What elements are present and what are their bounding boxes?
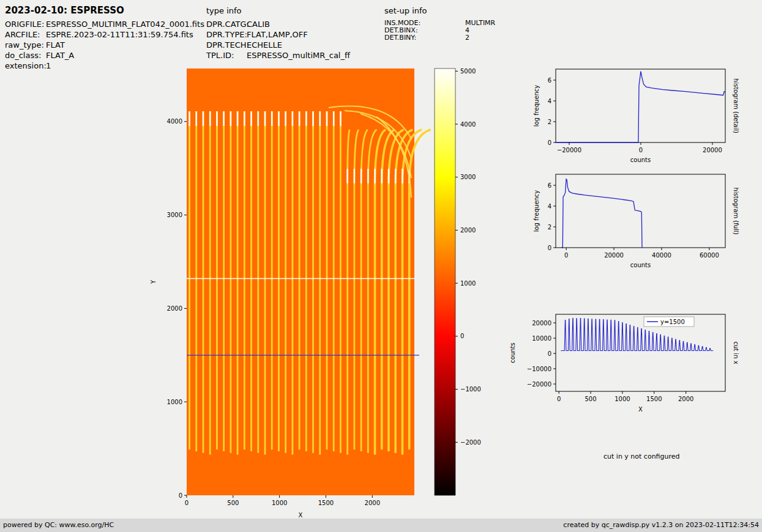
page-title: 2023-02-10: ESPRESSO [5,5,124,16]
svg-text:0: 0 [179,492,182,499]
footer-left: powered by QC: www.eso.org/HC [3,521,114,529]
svg-text:−20000: −20000 [557,147,581,153]
svg-text:2000: 2000 [460,227,476,234]
histogram-detail-chart: 0246−20000020000countslog frequencyhisto… [502,61,759,169]
svg-text:500: 500 [227,500,239,506]
qc-report-page: 2023-02-10: ESPRESSO type info set-up in… [0,0,762,532]
svg-text:2000: 2000 [167,305,182,312]
svg-text:60000: 60000 [700,252,719,259]
svg-text:0: 0 [185,500,189,506]
svg-text:0: 0 [557,396,561,402]
meta-row-dprtype: DPR.TYPE:FLAT,LAMP,OFF [206,29,350,40]
meta-row-origfile: ORIGFILE:ESPRESSO_MULTIMR_FLAT042_0001.f… [5,19,204,29]
svg-text:2000: 2000 [365,500,380,506]
svg-text:0: 0 [460,333,464,339]
meta-row-arcfile: ARCFILE:ESPRE.2023-02-11T11:31:59.754.fi… [5,29,204,40]
histogram-series [561,179,642,248]
svg-text:0: 0 [548,245,551,251]
svg-text:−1000: −1000 [460,386,481,393]
meta-value: ESPRE.2023-02-11T11:31:59.754.fits [46,29,193,40]
x-axis-label: X [299,512,303,519]
svg-text:1500: 1500 [318,500,334,506]
svg-text:4000: 4000 [460,121,476,128]
y-axis-label: Y [150,279,157,284]
meta-value: ESPRESSO_MULTIMR_FLAT042_0001.fits [46,19,204,29]
svg-text:1500: 1500 [646,396,662,402]
svg-text:20000: 20000 [703,147,722,153]
svg-text:4: 4 [548,98,551,105]
y-axis-label: counts [509,342,516,363]
meta-label: TPL.ID: [206,50,247,61]
svg-text:10000: 10000 [532,335,551,342]
svg-text:6: 6 [548,182,551,189]
svg-text:1000: 1000 [614,396,630,402]
meta-row-tplid: TPL.ID:ESPRESSO_multiMR_cal_ff [206,50,350,61]
meta-value: 1 [46,61,51,71]
meta-row-doclass: do_class:FLAT_A [5,50,204,61]
type-info-block: DPR.CATG:CALIB DPR.TYPE:FLAT,LAMP,OFF DP… [206,19,350,61]
side-label: cut in x [733,341,739,364]
meta-row-dprcatg: DPR.CATG:CALIB [206,19,350,29]
svg-text:−2000: −2000 [460,439,481,446]
colorbar [435,68,455,495]
svg-text:4000: 4000 [167,118,182,125]
raw-image-background [187,68,414,495]
meta-label: DPR.TYPE: [206,29,247,40]
histogram-full-chart-svg: 02460200004000060000countslog frequencyh… [502,166,759,274]
type-info-heading: type info [206,6,242,15]
meta-label: extension: [5,61,46,71]
y-axis-label: log frequency [533,85,540,127]
meta-label: DPR.TECH: [206,40,247,50]
x-axis-label: X [638,406,643,413]
meta-value: ESPRESSO_multiMR_cal_ff [247,50,350,61]
x-axis-label: counts [630,157,651,163]
footer-right: created by qc_rawdisp.py v1.2.3 on 2023-… [563,521,759,529]
svg-text:1000: 1000 [460,280,476,287]
meta-label: do_class: [5,50,46,61]
setup-info-heading: set-up info [384,6,427,15]
meta-value: 2 [465,34,469,42]
svg-text:2000: 2000 [678,396,693,402]
raw-image-svg: 010002000300040000500100015002000XY50004… [147,61,490,532]
svg-text:−10000: −10000 [527,366,551,372]
meta-label: DPR.CATG: [206,19,247,29]
meta-value: FLAT [46,40,65,50]
footer: powered by QC: www.eso.org/HC created by… [0,519,762,532]
meta-row-detbiny: DET.BINY:2 [384,34,495,42]
meta-row-rawtype: raw_type:FLAT [5,40,204,50]
svg-text:1000: 1000 [272,500,287,506]
svg-text:500: 500 [585,396,597,402]
meta-label: DET.BINY: [384,34,465,42]
svg-text:20000: 20000 [604,252,624,259]
raw-image-chart: 010002000300040000500100015002000XY50004… [147,61,490,532]
side-label: histogram (full) [733,187,739,234]
svg-text:5000: 5000 [460,68,476,75]
svg-text:0: 0 [548,350,551,357]
svg-text:2: 2 [548,224,551,231]
side-label: histogram (detail) [733,78,739,133]
svg-text:0: 0 [564,252,568,259]
meta-value: ECHELLE [247,40,282,50]
svg-text:4: 4 [548,203,551,210]
svg-text:3000: 3000 [460,174,476,180]
svg-text:40000: 40000 [652,252,671,259]
svg-text:3000: 3000 [167,212,182,218]
meta-value: FLAT,LAMP,OFF [247,29,308,40]
cut-in-x-svg: 20000100000−10000−200000500100015002000X… [502,306,759,429]
meta-value: MULTIMR [465,20,495,27]
svg-text:20000: 20000 [532,320,551,327]
histogram-full-chart: 02460200004000060000countslog frequencyh… [502,166,759,274]
meta-row-dprtech: DPR.TECH:ECHELLE [206,40,350,50]
svg-text:2: 2 [548,119,551,125]
y-axis-label: log frequency [533,190,540,232]
meta-value: FLAT_A [46,50,74,61]
meta-label: ARCFILE: [5,29,46,40]
svg-text:1000: 1000 [167,399,182,405]
meta-label: ORIGFILE: [5,19,46,29]
cut-in-y-note: cut in y not configured [603,453,680,460]
svg-text:−20000: −20000 [527,381,551,388]
cut-in-x-chart: 20000100000−10000−200000500100015002000X… [502,306,759,429]
meta-value: CALIB [247,19,270,29]
legend-label: y=1500 [660,319,685,325]
svg-text:0: 0 [548,139,551,146]
